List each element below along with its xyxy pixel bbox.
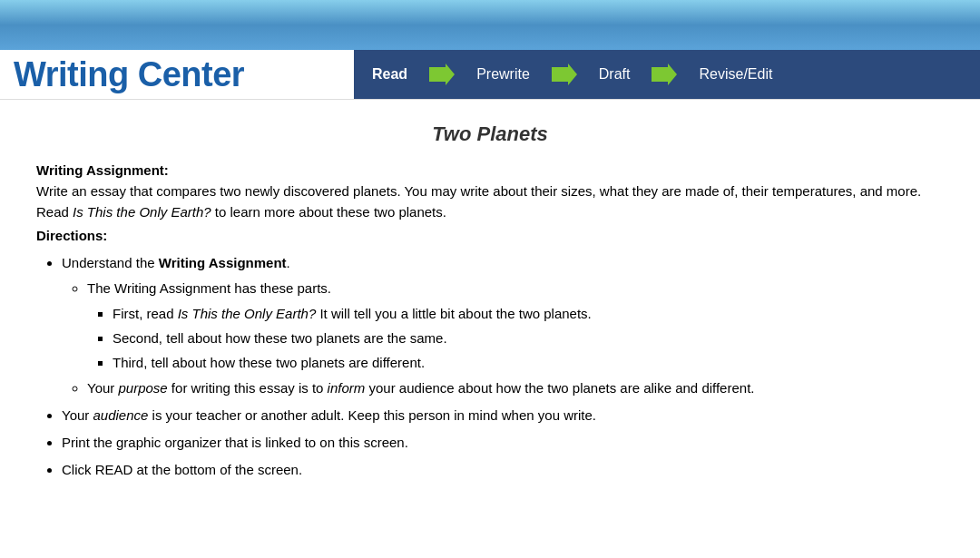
writing-assignment-italic: Is This the Only Earth? [73,204,211,220]
circle-2-italic-purpose: purpose [118,380,167,396]
bullet-2-italic-audience: audience [93,407,148,423]
circle-list-1: The Writing Assignment has these parts. … [87,278,944,399]
arrow-icon-2 [548,64,581,85]
svg-marker-0 [429,64,455,85]
square-item-2: Second, tell about how these two planets… [113,328,944,349]
square-2-text: Second, tell about how these two planets… [113,330,447,346]
nav-item-read[interactable]: Read [354,50,426,99]
header-title-area: Writing Center [0,50,354,99]
square-item-3: Third, tell about how these two planets … [113,352,944,374]
nav-bar: Read Prewrite Draft Revise/Edit [354,50,980,99]
bullet-2-text: Your audience is your teacher or another… [62,407,596,423]
bullet-1-bold: Writing Assignment [159,255,287,270]
circle-2-text: Your purpose for writing this essay is t… [87,380,754,396]
writing-assignment-label: Writing Assignment: [36,162,944,178]
writing-assignment-text-after: to learn more about these two planets. [211,204,446,220]
bullet-1-text: Understand the Writing Assignment. [62,255,290,270]
circle-2-italic-inform: inform [328,380,366,396]
circle-1-text: The Writing Assignment has these parts. [87,280,331,296]
nav-item-prewrite[interactable]: Prewrite [458,50,548,99]
arrow-icon-3 [648,64,681,85]
square-3-text: Third, tell about how these two planets … [113,355,425,370]
square-1-text: First, read Is This the Only Earth? It w… [113,306,592,321]
bullet-item-3: Print the graphic organizer that is link… [62,432,944,454]
main-content: Two Planets Writing Assignment: Write an… [0,100,980,504]
header: Writing Center Read Prewrite Draft Revis… [0,50,980,100]
writing-assignment-text: Write an essay that compares two newly d… [36,181,944,222]
nav-item-draft[interactable]: Draft [581,50,649,99]
arrow-icon-1 [426,64,458,85]
svg-marker-1 [552,64,577,85]
bullet-item-2: Your audience is your teacher or another… [62,405,944,426]
bullet-3-text: Print the graphic organizer that is link… [62,435,408,450]
bullet-4-text: Click READ at the bottom of the screen. [62,462,302,477]
square-1-italic: Is This the Only Earth? [178,306,317,321]
nav-item-revise-edit[interactable]: Revise/Edit [681,50,790,99]
page-title: Two Planets [36,122,944,146]
bullet-item-1: Understand the Writing Assignment. The W… [62,252,944,399]
directions-label: Directions: [36,228,944,243]
square-item-1: First, read Is This the Only Earth? It w… [113,303,944,325]
square-list-1: First, read Is This the Only Earth? It w… [113,303,944,374]
main-bullet-list: Understand the Writing Assignment. The W… [62,252,944,481]
circle-item-2: Your purpose for writing this essay is t… [87,377,944,399]
svg-marker-2 [652,64,677,85]
writing-center-title: Writing Center [14,55,244,94]
circle-item-1: The Writing Assignment has these parts. … [87,278,944,374]
top-banner [0,0,980,50]
bullet-item-4: Click READ at the bottom of the screen. [62,459,944,481]
